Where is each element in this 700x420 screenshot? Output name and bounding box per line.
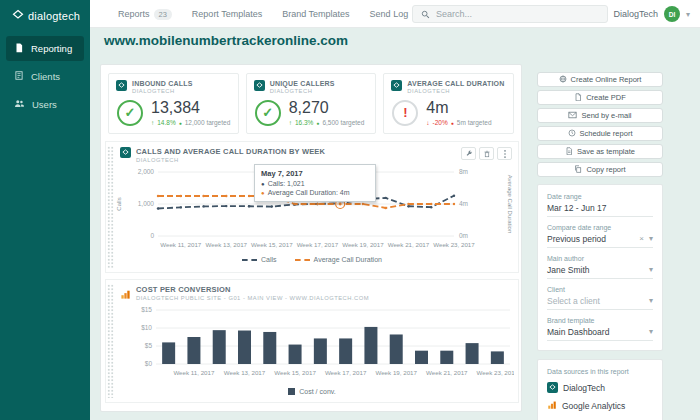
svg-text:Week 21, 2017: Week 21, 2017 [426,369,468,376]
dialogtech-logo-icon [12,9,24,23]
logo-text: dialogtech [28,10,80,22]
field-date-range: Date range Mar 12 - Jun 17 [547,193,653,217]
legend-label: Average Call Duration [314,256,382,263]
button-label: Create Online Report [571,75,642,84]
metric-target: 5m targeted [457,119,492,126]
client-select[interactable]: Select a client ▾ [547,293,653,310]
dialogtech-source-icon [254,80,265,91]
field-label: Brand template [547,317,653,324]
copy-report-button[interactable]: Copy report [537,162,663,177]
target-dot-icon: ● [451,120,454,126]
button-label: Create PDF [586,93,626,102]
alert-exclamation-icon: ! [392,100,418,126]
data-sources-label: Data sources in this report [547,368,653,375]
wrench-settings-button[interactable] [461,147,476,160]
search-box[interactable] [412,5,608,23]
target-dot-icon: ● [179,120,182,126]
field-value-text: Mar 12 - Jun 17 [547,203,607,213]
pdf-file-icon [574,93,582,103]
metric-subtext: ↓ -20% ● 5m targeted [426,119,491,126]
legend-item-cost[interactable]: Cost / conv. [288,388,335,395]
calls-duration-widget: CALLS AND AVERAGE CALL DURATION BY WEEK … [105,141,519,273]
create-online-report-button[interactable]: Create Online Report [537,72,663,87]
legend-label: Calls [261,256,277,263]
legend-item-calls[interactable]: Calls [242,256,277,263]
svg-text:Week 15, 2017: Week 15, 2017 [274,369,316,376]
nav-brand-templates[interactable]: Brand Templates [282,9,349,19]
field-brand-template: Brand template Main Dashboard ▾ [547,317,653,341]
user-menu[interactable]: DialogTech DI ▾ [613,0,690,28]
legend-item-duration[interactable]: Average Call Duration [295,256,382,263]
svg-text:Week 11, 2017: Week 11, 2017 [173,369,215,376]
field-label: Main author [547,255,653,262]
metric-title: AVERAGE CALL DURATION [407,80,504,87]
sidebar-item-users[interactable]: Users [6,92,84,117]
data-sources-card: Data sources in this report DialogTech G… [537,359,663,420]
save-as-template-button[interactable]: Save as template [537,144,663,159]
copy-icon [574,165,582,175]
field-client: Client Select a client ▾ [547,286,653,310]
tooltip-text: Average Call Duration: 4m [268,189,350,196]
google-analytics-icon [547,400,557,412]
field-label: Client [547,286,653,293]
report-settings-card: Date range Mar 12 - Jun 17 Compare date … [537,184,663,351]
widget-source: DIALOGTECH [136,157,325,163]
bar-chart-legend: Cost / conv. [106,388,518,395]
cost-per-conversion-widget: COST PER CONVERSION DIALOGTECH PUBLIC SI… [105,279,519,403]
metric-target: 6,500 targeted [322,119,364,126]
button-label: Copy report [586,165,625,174]
dialogtech-logo[interactable]: dialogtech [0,0,90,33]
metric-source: DIALOGTECH [407,88,504,94]
field-compare-date-range: Compare date range Previous period × ▾ [547,224,653,248]
svg-text:Week 19, 2017: Week 19, 2017 [375,369,417,376]
main-author-select[interactable]: Jane Smith ▾ [547,262,653,279]
metric-subtext: ↑ 14.8% ● 12,000 targeted [151,119,230,126]
metric-title: UNIQUE CALLERS [270,80,335,87]
widget-title: COST PER CONVERSION [136,285,369,294]
down-arrow-icon: ↓ [426,119,429,126]
report-canvas: INBOUND CALLS DIALOGTECH ✓ 13,384 ↑ 14.8… [100,64,522,412]
app-window: dialogtech Reporting Clients Users Repor… [0,0,700,420]
metric-unique-callers: UNIQUE CALLERS DIALOGTECH ✓ 8,270 ↑ 16.3… [246,73,377,134]
kebab-menu-button[interactable] [497,147,512,160]
topbar: Reports 23 Report Templates Brand Templa… [90,0,700,28]
template-file-icon [565,147,573,157]
svg-text:Week 13, 2017: Week 13, 2017 [206,241,248,248]
trash-button[interactable] [479,147,494,160]
svg-text:$15: $15 [141,306,152,313]
schedule-report-button[interactable]: Schedule report [537,126,663,141]
date-range-value[interactable]: Mar 12 - Jun 17 [547,200,653,217]
sidebar-item-clients[interactable]: Clients [6,64,84,89]
sidebar-item-reporting[interactable]: Reporting [6,36,84,61]
nav-label: Brand Templates [282,9,349,19]
metrics-row: INBOUND CALLS DIALOGTECH ✓ 13,384 ↑ 14.8… [108,73,514,134]
brand-template-select[interactable]: Main Dashboard ▾ [547,324,653,341]
metric-inbound-calls: INBOUND CALLS DIALOGTECH ✓ 13,384 ↑ 14.8… [108,73,239,134]
field-value-text: Main Dashboard [547,327,609,337]
svg-text:Week 13, 2017: Week 13, 2017 [224,369,266,376]
create-pdf-button[interactable]: Create PDF [537,90,663,105]
svg-text:Average Call Duration: Average Call Duration [507,175,513,234]
clear-x-icon[interactable]: × [639,235,644,243]
clock-icon [568,129,576,139]
nav-send-log[interactable]: Send Log [370,9,409,19]
metric-change: 14.8% [157,119,175,126]
chevron-down-icon: ▾ [649,235,653,243]
send-by-email-button[interactable]: Send by e-mail [537,108,663,123]
field-placeholder-text: Select a client [547,296,600,306]
nav-reports[interactable]: Reports 23 [118,9,172,20]
metric-change: 16.3% [295,119,313,126]
nav-report-templates[interactable]: Report Templates [192,9,262,19]
compare-range-select[interactable]: Previous period × ▾ [547,231,653,248]
svg-text:Week 17, 2017: Week 17, 2017 [325,369,367,376]
globe-icon [559,75,567,85]
tooltip-row: ● Calls: 1,021 [261,180,369,187]
report-file-icon [14,42,24,55]
duration-dot-icon: ● [261,190,265,196]
dialogtech-source-icon [120,147,131,158]
cost-bar-swatch [288,388,295,395]
chart-tooltip: May 7, 2017 ● Calls: 1,021 ● Average Cal… [254,164,376,202]
cost-chart-canvas[interactable]: $0$5$10$15Week 11, 2017Week 13, 2017Week… [112,302,514,386]
search-input[interactable] [436,9,586,19]
legend-label: Cost / conv. [299,388,335,395]
